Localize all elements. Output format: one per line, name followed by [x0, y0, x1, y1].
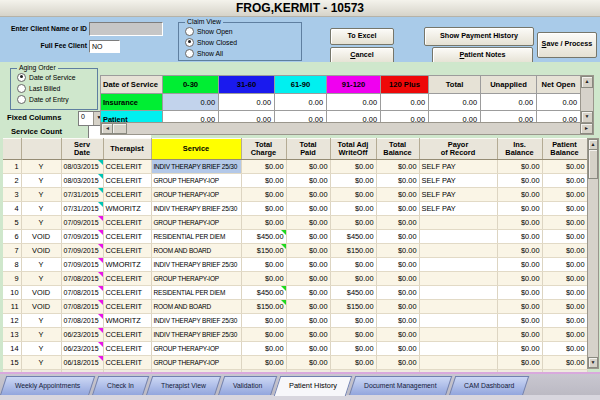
total-paid-cell[interactable]: $0.00	[286, 286, 330, 300]
total-adj-cell[interactable]: $0.00	[330, 188, 376, 202]
service-cell[interactable]: GROUP THERAPY-IOP	[151, 174, 241, 188]
grid-column-header[interactable]: Payor of Record	[419, 139, 497, 160]
total-balance-cell[interactable]: $0.00	[376, 174, 419, 188]
patient-balance-cell[interactable]: $0.00	[542, 314, 587, 328]
total-balance-cell[interactable]: $0.00	[376, 272, 419, 286]
ins-balance-cell[interactable]: $0.00	[497, 286, 542, 300]
serv-date-cell[interactable]: 07/08/2015	[61, 314, 103, 328]
total-charge-cell[interactable]: $0.00	[241, 216, 286, 230]
claim-view-option[interactable]: Show Open	[185, 26, 301, 36]
table-row[interactable]: 6VOID07/09/2015CCELERITRESIDENTIAL PER D…	[3, 230, 587, 244]
total-charge-cell[interactable]: $0.00	[241, 160, 286, 174]
ins-balance-cell[interactable]: $0.00	[497, 258, 542, 272]
total-balance-cell[interactable]: $0.00	[376, 356, 419, 370]
table-row[interactable]: 2Y08/03/2015CCELERITGROUP THERAPY-IOP$0.…	[3, 174, 587, 188]
total-balance-cell[interactable]: $0.00	[376, 258, 419, 272]
ins-balance-cell[interactable]: $0.00	[497, 342, 542, 356]
tab-document-management[interactable]: Document Management	[349, 376, 452, 396]
table-row[interactable]: 1Y08/03/2015CCELERITINDIV THERAPY BRIEF …	[3, 160, 587, 174]
total-adj-cell[interactable]: $150.00	[330, 244, 376, 258]
total-adj-cell[interactable]: $0.00	[330, 202, 376, 216]
total-paid-cell[interactable]: $0.00	[286, 328, 330, 342]
payor-cell[interactable]: SELF PAY	[419, 188, 497, 202]
total-adj-cell[interactable]: $0.00	[330, 174, 376, 188]
total-charge-cell[interactable]: $0.00	[241, 328, 286, 342]
table-row[interactable]: 12Y07/08/2015WMORITZINDIV THERAPY BRIEF …	[3, 314, 587, 328]
patient-balance-cell[interactable]: $0.00	[542, 216, 587, 230]
service-cell[interactable]: ROOM AND BOARD	[151, 244, 241, 258]
therapist-cell[interactable]: CCELERIT	[103, 174, 151, 188]
patient-balance-cell[interactable]: $0.00	[542, 356, 587, 370]
total-charge-cell[interactable]: $0.00	[241, 174, 286, 188]
grid-column-header[interactable]: Total Balance	[376, 139, 419, 160]
tab-check-in[interactable]: Check In	[92, 376, 149, 396]
total-adj-cell[interactable]: $450.00	[330, 286, 376, 300]
serv-date-cell[interactable]: 07/31/2015	[61, 202, 103, 216]
ins-balance-cell[interactable]: $0.00	[497, 328, 542, 342]
total-balance-cell[interactable]: $0.00	[376, 244, 419, 258]
payor-cell[interactable]	[419, 314, 497, 328]
total-charge-cell[interactable]: $0.00	[241, 356, 286, 370]
aging-hscroll-thumb[interactable]	[112, 123, 127, 134]
total-paid-cell[interactable]: $0.00	[286, 188, 330, 202]
grid-column-header[interactable]: Total Paid	[286, 139, 330, 160]
grid-column-header[interactable]: Therapist	[103, 139, 151, 160]
grid-column-header[interactable]	[21, 139, 61, 160]
service-cell[interactable]: RESIDENTIAL PER DIEM	[151, 286, 241, 300]
total-charge-cell[interactable]: $0.00	[241, 342, 286, 356]
ins-balance-cell[interactable]: $0.00	[497, 244, 542, 258]
therapist-cell[interactable]: CCELERIT	[103, 272, 151, 286]
total-paid-cell[interactable]: $0.00	[286, 230, 330, 244]
total-adj-cell[interactable]: $0.00	[330, 272, 376, 286]
patient-balance-cell[interactable]: $0.00	[542, 244, 587, 258]
total-paid-cell[interactable]: $0.00	[286, 314, 330, 328]
service-cell[interactable]: INDIV THERAPY BRIEF 25/30	[151, 328, 241, 342]
total-charge-cell[interactable]: $0.00	[241, 202, 286, 216]
patient-balance-cell[interactable]: $0.00	[542, 258, 587, 272]
service-cell[interactable]: ROOM AND BOARD	[151, 300, 241, 314]
patient-balance-cell[interactable]: $0.00	[542, 300, 587, 314]
total-charge-cell[interactable]: $150.00	[241, 244, 286, 258]
serv-date-cell[interactable]: 06/23/2015	[61, 328, 103, 342]
therapist-cell[interactable]: CCELERIT	[103, 286, 151, 300]
payor-cell[interactable]	[419, 286, 497, 300]
total-charge-cell[interactable]: $450.00	[241, 230, 286, 244]
aging-cell[interactable]: 0.00	[219, 94, 275, 111]
grid-column-header[interactable]: Serv Date	[61, 139, 103, 160]
table-row[interactable]: 15Y06/18/2015CCELERITGROUP THERAPY-IOP$0…	[3, 356, 587, 370]
payor-cell[interactable]	[419, 342, 497, 356]
serv-date-cell[interactable]: 07/31/2015	[61, 188, 103, 202]
ins-balance-cell[interactable]: $0.00	[497, 356, 542, 370]
therapist-cell[interactable]: CCELERIT	[103, 160, 151, 174]
serv-date-cell[interactable]: 07/08/2015	[61, 272, 103, 286]
table-row[interactable]: 4Y07/31/2015WMORITZINDIV THERAPY BRIEF 2…	[3, 202, 587, 216]
total-adj-cell[interactable]: $0.00	[330, 342, 376, 356]
total-paid-cell[interactable]: $0.00	[286, 356, 330, 370]
ins-balance-cell[interactable]: $0.00	[497, 160, 542, 174]
total-balance-cell[interactable]: $0.00	[376, 230, 419, 244]
patient-balance-cell[interactable]: $0.00	[542, 202, 587, 216]
total-paid-cell[interactable]: $0.00	[286, 174, 330, 188]
total-adj-cell[interactable]: $150.00	[330, 300, 376, 314]
payor-cell[interactable]	[419, 230, 497, 244]
ins-balance-cell[interactable]: $0.00	[497, 314, 542, 328]
serv-date-cell[interactable]: 06/23/2015	[61, 342, 103, 356]
total-balance-cell[interactable]: $0.00	[376, 314, 419, 328]
service-cell[interactable]: GROUP THERAPY-IOP	[151, 188, 241, 202]
total-paid-cell[interactable]: $0.00	[286, 216, 330, 230]
scroll-up-icon[interactable]: ▲	[581, 76, 593, 88]
total-balance-cell[interactable]: $0.00	[376, 342, 419, 356]
show-payment-history-button[interactable]: Show Payment History	[424, 27, 534, 46]
therapist-cell[interactable]: WMORITZ	[103, 258, 151, 272]
patient-balance-cell[interactable]: $0.00	[542, 174, 587, 188]
service-cell[interactable]: GROUP THERAPY-IOP	[151, 216, 241, 230]
aging-order-option[interactable]: Last Billed	[17, 83, 97, 93]
total-paid-cell[interactable]: $0.00	[286, 244, 330, 258]
payor-cell[interactable]: SELF PAY	[419, 202, 497, 216]
ins-balance-cell[interactable]: $0.00	[497, 216, 542, 230]
serv-date-cell[interactable]: 06/18/2015	[61, 356, 103, 370]
grid-column-header[interactable]: Service	[151, 139, 241, 160]
serv-date-cell[interactable]: 08/03/2015	[61, 174, 103, 188]
grid-vscroll-thumb[interactable]	[588, 149, 598, 179]
therapist-cell[interactable]: CCELERIT	[103, 216, 151, 230]
